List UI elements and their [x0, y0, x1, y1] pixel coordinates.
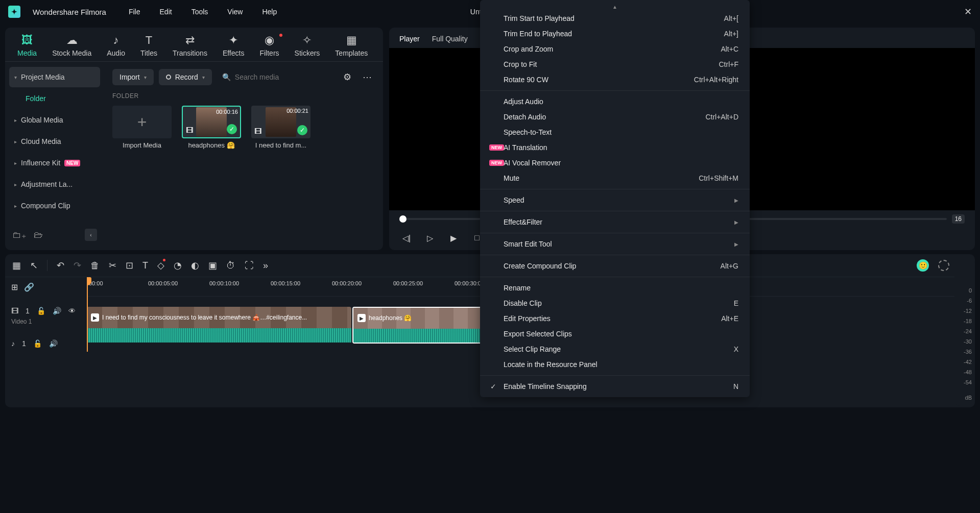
render-button[interactable] — [938, 260, 949, 271]
clip-2[interactable]: ▶headphones 🤗 — [352, 307, 484, 344]
track-manager-icon[interactable]: ▦ — [12, 260, 21, 271]
prev-frame-button[interactable]: ◁| — [399, 231, 414, 245]
tab-media[interactable]: 🖼Media — [17, 34, 37, 61]
playhead[interactable] — [87, 277, 88, 352]
mute-icon[interactable]: 🔊 — [53, 307, 61, 315]
tab-filters[interactable]: ◉Filters — [259, 34, 279, 61]
text-button[interactable]: T — [142, 260, 148, 271]
keyframe-button[interactable]: ◇ — [157, 260, 164, 271]
context-menu-item[interactable]: Crop to FitCtrl+F — [480, 57, 750, 72]
player-tab-player[interactable]: Player — [399, 35, 420, 43]
tab-titles[interactable]: TTitles — [140, 34, 157, 61]
close-button[interactable]: ✕ — [964, 6, 972, 17]
link-icon[interactable]: 🔗 — [24, 282, 34, 292]
sidebar-adjustment-layer[interactable]: ▸Adjustment La... — [9, 174, 100, 194]
context-menu-item[interactable]: Select Clip RangeX — [480, 341, 750, 357]
context-menu-item[interactable]: Detach AudioCtrl+Alt+D — [480, 109, 750, 125]
play-pause-button[interactable]: ▷ — [423, 231, 437, 245]
sidebar-cloud-media[interactable]: ▸Cloud Media — [9, 131, 100, 152]
undo-button[interactable]: ↶ — [57, 260, 64, 271]
expand-button[interactable]: ⛶ — [245, 260, 254, 271]
tab-effects[interactable]: ✦Effects — [223, 34, 245, 61]
player-tab-full-quality[interactable]: Full Quality — [432, 35, 468, 43]
used-check-icon: ✓ — [227, 124, 237, 134]
collapse-sidebar-button[interactable]: ‹ — [85, 229, 97, 241]
menu-help[interactable]: Help — [262, 8, 277, 16]
visibility-icon[interactable]: 👁 — [68, 307, 76, 315]
sidebar-project-media[interactable]: ▾Project Media — [9, 67, 100, 87]
more-icon[interactable]: ⋯ — [360, 69, 375, 85]
delete-button[interactable]: 🗑 — [90, 260, 100, 271]
import-dropdown[interactable]: Import▾ — [112, 69, 154, 85]
sidebar-global-media[interactable]: ▸Global Media — [9, 110, 100, 130]
context-menu-item[interactable]: Speed▶ — [480, 192, 750, 208]
context-menu-item[interactable]: Effect&Filter▶ — [480, 214, 750, 230]
context-menu-item[interactable]: Smart Edit Tool▶ — [480, 236, 750, 252]
context-menu-item[interactable]: NEWAI Translation — [480, 140, 750, 155]
context-menu-item[interactable]: Trim Start to PlayheadAlt+[ — [480, 11, 750, 26]
menu-view[interactable]: View — [227, 8, 243, 16]
context-menu-item[interactable]: Rename — [480, 280, 750, 296]
record-dropdown[interactable]: Record▾ — [159, 69, 212, 85]
chevron-down-icon: ▾ — [202, 75, 205, 80]
context-menu-item[interactable]: Rotate 90 CWCtrl+Alt+Right — [480, 72, 750, 87]
chevron-down-icon: ▾ — [14, 75, 17, 80]
sidebar-folder[interactable]: Folder — [9, 88, 100, 109]
ai-button[interactable]: 🙂 — [917, 259, 929, 272]
media-item-consciousness[interactable]: 00:00:21 🎞 ✓ I need to find m... — [251, 106, 310, 149]
selection-tool-icon[interactable]: ↖ — [30, 260, 38, 271]
context-menu-item[interactable]: Trim End to PlayheadAlt+] — [480, 26, 750, 41]
scrubber-thumb[interactable] — [399, 215, 407, 223]
lock-icon[interactable]: 🔓 — [33, 339, 42, 348]
context-menu-item[interactable]: Speech-to-Text — [480, 125, 750, 140]
import-media-tile[interactable]: Import Media — [112, 106, 172, 149]
filter-icon[interactable]: ⚙ — [340, 69, 354, 85]
context-menu-item[interactable]: ✓Enable Timeline SnappingN — [480, 379, 750, 394]
add-track-icon[interactable]: ⊞ — [11, 282, 18, 292]
context-menu-item[interactable]: NEWAI Vocal Remover — [480, 155, 750, 170]
speed-button[interactable]: ◔ — [174, 260, 182, 271]
tab-templates[interactable]: ▦Templates — [335, 34, 368, 61]
marker-button[interactable]: ⏱ — [226, 260, 235, 271]
tab-stickers[interactable]: ✧Stickers — [295, 34, 320, 61]
mute-icon[interactable]: 🔊 — [49, 339, 58, 348]
tab-transitions[interactable]: ⇄Transitions — [173, 34, 207, 61]
context-menu-item[interactable]: MuteCtrl+Shift+M — [480, 170, 750, 186]
search-media[interactable]: 🔍 — [217, 69, 335, 85]
thumbnail[interactable]: 00:00:21 🎞 ✓ — [251, 106, 310, 138]
menu-file[interactable]: File — [129, 8, 140, 16]
context-menu-item[interactable]: Edit PropertiesAlt+E — [480, 311, 750, 326]
menu-scroll-up-icon[interactable]: ▲ — [480, 3, 750, 11]
menu-tools[interactable]: Tools — [192, 8, 208, 16]
split-button[interactable]: ✂ — [109, 260, 116, 271]
tab-audio[interactable]: ♪Audio — [107, 34, 125, 61]
thumbnail[interactable]: 00:00:16 🎞 ✓ — [182, 106, 241, 138]
import-plus-icon[interactable] — [112, 106, 172, 138]
context-menu-item[interactable]: Locate in the Resource Panel — [480, 357, 750, 372]
menu-edit[interactable]: Edit — [160, 8, 172, 16]
context-menu-item[interactable]: Crop and ZoomAlt+C — [480, 41, 750, 57]
search-input[interactable] — [235, 73, 330, 81]
context-menu-item[interactable]: Adjust Audio — [480, 94, 750, 109]
menu-item-label: Enable Timeline Snapping — [504, 382, 733, 390]
new-bin-icon[interactable]: 🗀₊ — [12, 229, 27, 240]
transitions-icon: ⇄ — [185, 34, 195, 47]
play-button[interactable]: ▶ — [446, 231, 461, 245]
context-menu-item[interactable]: Export Selected Clips — [480, 326, 750, 341]
crop-button[interactable]: ⊡ — [126, 260, 133, 271]
sidebar-influence-kit[interactable]: ▸Influence KitNEW — [9, 153, 100, 173]
more-tools-button[interactable]: » — [263, 260, 268, 271]
media-item-headphones[interactable]: 00:00:16 🎞 ✓ headphones 🤗 — [182, 106, 241, 149]
menu-shortcut: Ctrl+Shift+M — [699, 174, 738, 182]
lock-icon[interactable]: 🔓 — [37, 307, 45, 315]
color-button[interactable]: ◐ — [191, 260, 199, 271]
context-menu-item[interactable]: Disable ClipE — [480, 296, 750, 311]
tab-stock-media[interactable]: ☁Stock Media — [52, 34, 91, 61]
context-menu-item[interactable]: Create Compound ClipAlt+G — [480, 258, 750, 274]
clip-1[interactable]: ▶I need to find my consciousness to leav… — [87, 307, 351, 344]
stock-media-icon: ☁ — [66, 34, 78, 47]
adjust-button[interactable]: ▣ — [208, 260, 217, 271]
new-folder-icon[interactable]: 🗁 — [34, 230, 43, 240]
redo-button[interactable]: ↷ — [74, 260, 81, 271]
sidebar-compound-clip[interactable]: ▸Compound Clip — [9, 196, 100, 216]
